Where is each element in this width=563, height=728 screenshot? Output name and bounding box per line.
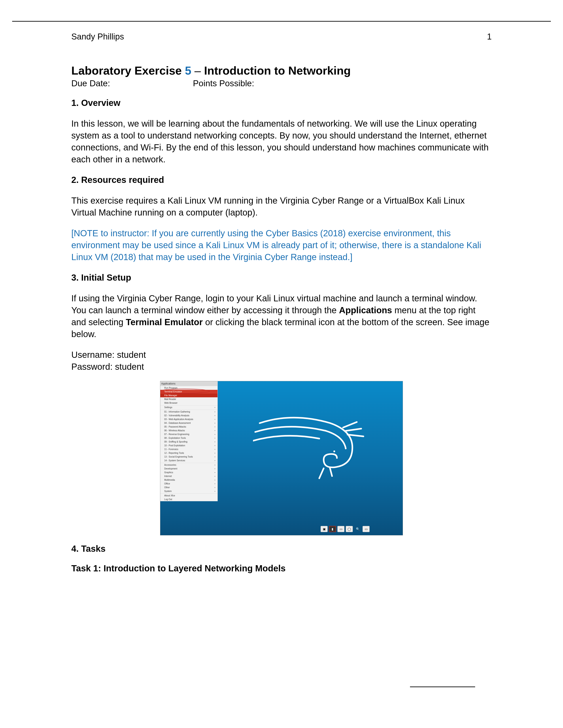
menu-02: 02 - Vulnerability Analysis▸ [160,414,217,417]
menu-08: 08 - Exploitation Tools▸ [160,436,217,440]
menu-other: Other▸ [160,486,217,489]
menu-internet: Internet▸ [160,474,217,478]
due-date-label: Due Date: [71,79,190,88]
section-resources-heading: 2. Resources required [71,175,492,185]
menu-11: 11 - Forensics▸ [160,447,217,451]
taskbar-item: ▣ [321,526,328,532]
header-rule [12,21,551,22]
menu-office: Office▸ [160,482,217,486]
menu-05: 05 - Password Attacks▸ [160,425,217,429]
task-1-heading: Task 1: Introduction to Layered Networki… [71,563,492,573]
resources-text: This exercise requires a Kali Linux VM r… [71,195,492,218]
menu-development: Development▸ [160,467,217,471]
menu-log-out: Log Out [160,497,217,501]
taskbar-item: ▭ [363,526,370,532]
meta-row: Due Date: Points Possible: [71,79,492,88]
menu-10: 10 - Post Exploitation▸ [160,444,217,447]
header-row: Sandy Phillips 1 [71,32,492,41]
menu-terminal-emulator: Terminal Emulator [160,390,217,394]
title-dash: – [191,64,204,77]
footer-rule [410,687,475,687]
menu-graphics: Graphics▸ [160,471,217,474]
section-tasks-heading: 4. Tasks [71,544,492,554]
menu-multimedia: Multimedia▸ [160,478,217,482]
section-overview-heading: 1. Overview [71,98,492,108]
menu-settings: Settings▸ [160,405,217,409]
menu-system: System▸ [160,489,217,493]
menu-03: 03 - Web Application Analysis▸ [160,417,217,421]
menu-06: 06 - Wireless Attacks▸ [160,429,217,432]
menu-09: 09 - Sniffing & Spoofing▸ [160,440,217,444]
page-title: Laboratory Exercise 5 – Introduction to … [71,64,492,77]
overview-text: In this lesson, we will be learning abou… [71,118,492,165]
document-body: Laboratory Exercise 5 – Introduction to … [71,64,492,573]
taskbar-item: ◯ [346,526,353,532]
menu-07: 07 - Reverse Engineering▸ [160,432,217,436]
svg-point-0 [334,450,335,452]
points-label: Points Possible: [193,79,254,88]
menu-12: 12 - Reporting Tools▸ [160,451,217,455]
menu-about-xfce: About Xfce [160,493,217,497]
menu-13: 13 - Social Engineering Tools▸ [160,455,217,459]
applications-menu-header: Applications [160,381,218,386]
instructor-note: [NOTE to instructor: If you are currentl… [71,227,492,263]
terminal-emulator-bold: Terminal Emulator [126,317,203,327]
menu-file-manager: File Manager [160,394,217,397]
username-line: Username: student [71,349,492,361]
screenshot-wrap: Applications Run Program Terminal Emulat… [71,381,492,535]
menu-mail-reader: Mail Reader [160,397,217,401]
password-line: Password: student [71,361,492,373]
taskbar: ▣ ▮ ▭ ◯ 🔍 ▭ [321,526,370,532]
taskbar-search-icon: 🔍 [354,526,361,532]
taskbar-terminal-icon: ▮ [329,526,336,532]
setup-text: If using the Virginia Cyber Range, login… [71,292,492,340]
author-name: Sandy Phillips [71,32,124,41]
kali-dragon-logo [253,410,368,480]
kali-screenshot: Applications Run Program Terminal Emulat… [160,381,403,535]
title-pre: Laboratory Exercise [71,64,185,77]
title-number: 5 [185,64,191,77]
page-number: 1 [487,32,492,41]
applications-bold: Applications [339,305,392,315]
section-setup-heading: 3. Initial Setup [71,273,492,283]
menu-04: 04 - Database Assessment▸ [160,421,217,425]
menu-run-program: Run Program [160,386,217,390]
menu-web-browser: Web Browser [160,401,217,405]
applications-menu-panel: Run Program Terminal Emulator File Manag… [160,386,218,501]
menu-01: 01 - Information Gathering▸ [160,410,217,414]
menu-accessories: Accessories▸ [160,463,217,467]
taskbar-item: ▭ [337,526,345,532]
menu-14: 14 - System Services▸ [160,459,217,462]
title-post: Introduction to Networking [204,64,351,77]
